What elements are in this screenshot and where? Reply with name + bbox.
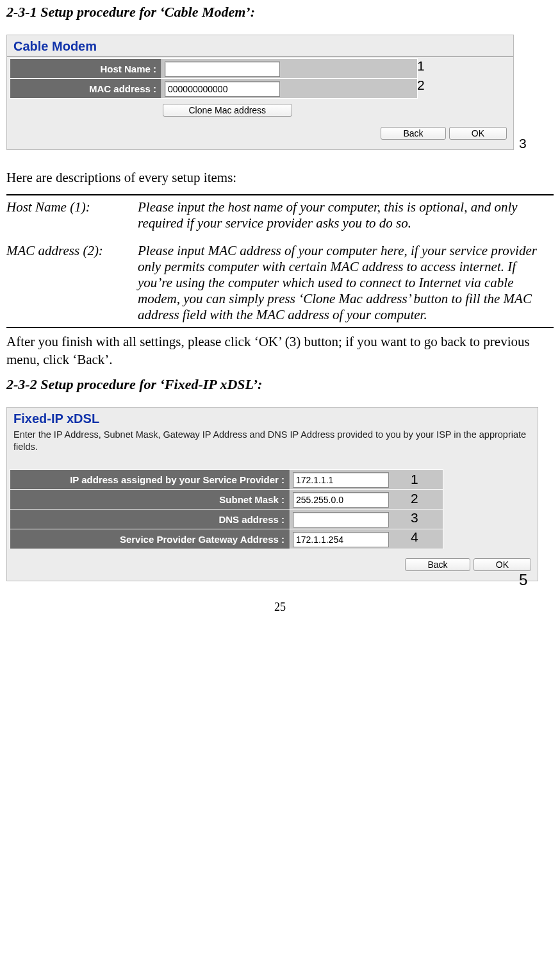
- annotation-3: 3: [411, 510, 418, 526]
- row-host-name: Host Name :: [10, 59, 418, 79]
- row-ip: IP address assigned by your Service Prov…: [10, 470, 443, 490]
- row-mask: Subnet Mask :: [10, 490, 443, 510]
- divider: [7, 56, 513, 57]
- ip-label: IP address assigned by your Service Prov…: [10, 470, 290, 490]
- gateway-label: Service Provider Gateway Address :: [10, 529, 290, 549]
- dns-label: DNS address :: [10, 510, 290, 529]
- form-table: IP address assigned by your Service Prov…: [10, 469, 443, 549]
- gateway-input[interactable]: [293, 532, 389, 547]
- rule-bottom: [6, 327, 554, 328]
- row-clone: Clone Mac address: [10, 99, 418, 119]
- annotation-1: 1: [411, 472, 418, 487]
- row-mac-address: MAC address :: [10, 79, 418, 99]
- cable-modem-panel: Cable Modem Host Name : MAC address : Cl…: [6, 35, 514, 150]
- mac-address-input[interactable]: [165, 81, 280, 97]
- desc-definition: Please input MAC address of your compute…: [138, 243, 554, 323]
- desc-definition: Please input the host name of your compu…: [138, 199, 554, 231]
- back-button[interactable]: Back: [381, 127, 445, 140]
- panel-subtitle: Enter the IP Address, Subnet Mask, Gatew…: [7, 429, 538, 456]
- dns-input[interactable]: [293, 512, 389, 527]
- mask-input[interactable]: [293, 492, 389, 508]
- annotation-1: 1: [417, 58, 425, 74]
- panel-title: Cable Modem: [7, 35, 513, 56]
- annotation-2: 2: [417, 78, 425, 93]
- ok-button[interactable]: OK: [449, 127, 507, 140]
- annotation-2: 2: [411, 491, 418, 506]
- form-table: Host Name : MAC address : Clone Mac addr…: [10, 58, 418, 118]
- annotation-3: 3: [519, 136, 527, 151]
- host-name-input[interactable]: [165, 62, 280, 77]
- panel-title: Fixed-IP xDSL: [7, 408, 538, 429]
- mac-address-label: MAC address :: [10, 79, 162, 99]
- section-heading-1: 2-3-1 Setup procedure for ‘Cable Modem’:: [6, 4, 554, 21]
- annotation-4: 4: [411, 529, 418, 545]
- page-number: 25: [6, 601, 554, 614]
- button-row: Back OK: [7, 549, 538, 572]
- desc-row-mac: MAC address (2): Please input MAC addres…: [6, 243, 554, 323]
- desc-term: MAC address (2):: [6, 243, 138, 323]
- mask-label: Subnet Mask :: [10, 490, 290, 510]
- desc-term: Host Name (1):: [6, 199, 138, 231]
- row-gateway: Service Provider Gateway Address :: [10, 529, 443, 549]
- fixed-ip-panel: Fixed-IP xDSL Enter the IP Address, Subn…: [6, 407, 538, 581]
- row-dns: DNS address :: [10, 510, 443, 529]
- rule-top: [6, 194, 554, 195]
- desc-row-host: Host Name (1): Please input the host nam…: [6, 199, 554, 231]
- ip-input[interactable]: [293, 472, 389, 488]
- after-text: After you finish with all settings, plea…: [6, 333, 554, 369]
- ok-button[interactable]: OK: [474, 558, 531, 571]
- button-row: Back OK: [7, 118, 513, 140]
- clone-mac-button[interactable]: Clone Mac address: [163, 104, 293, 117]
- back-button[interactable]: Back: [405, 558, 470, 571]
- section-heading-2: 2-3-2 Setup procedure for ‘Fixed-IP xDSL…: [6, 376, 554, 393]
- host-name-label: Host Name :: [10, 59, 162, 79]
- annotation-5: 5: [519, 571, 527, 589]
- intro-text: Here are descriptions of every setup ite…: [6, 169, 554, 186]
